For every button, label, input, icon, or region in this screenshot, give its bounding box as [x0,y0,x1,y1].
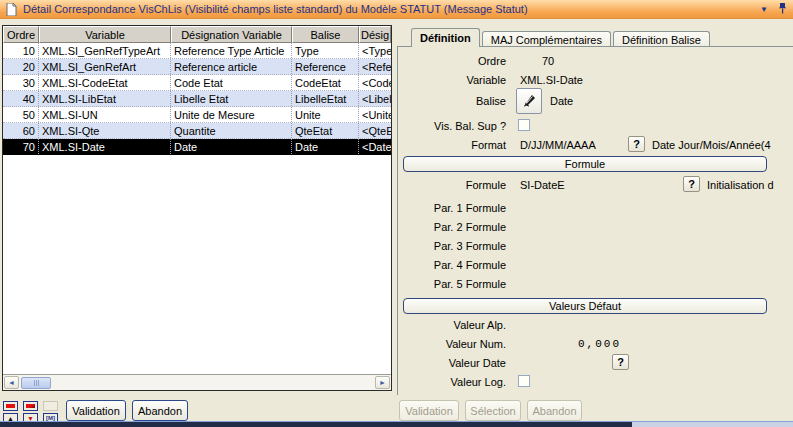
vis-bal-sup-label: Vis. Bal. Sup ? [398,120,506,132]
formule-help-button[interactable]: ? [683,176,700,192]
par2-formule-label: Par. 2 Formule [398,221,506,233]
cell-desig-balise: <Code [359,75,391,90]
tab-definition[interactable]: Définition [411,28,480,47]
cell-desig-balise: <QteE [359,123,391,138]
cell-balise: LibelleEtat [292,91,359,106]
par5-formule-label: Par. 5 Formule [398,278,506,290]
valeur-num-label: Valeur Num. [398,338,506,350]
cell-ordre: 10 [3,43,39,58]
collapse-arrow-icon[interactable]: ▼ [760,5,768,14]
formule-description: Initialisation d [707,179,774,191]
bottom-edge-dark-segment [0,422,632,427]
ordre-label: Ordre [398,55,506,67]
cell-desig-balise: <Type [359,43,391,58]
cell-balise: Type [292,43,359,58]
document-icon [6,3,17,16]
scroll-left-icon[interactable]: ◄ [4,376,19,389]
valeur-num-value[interactable]: 0,000 [578,338,621,350]
red-bar-icon [6,404,15,408]
column-header-variable[interactable]: Variable [39,26,171,43]
valeurs-defaut-section-title: Valeurs Défaut [549,300,621,312]
cell-desig-balise: <Unite [359,107,391,122]
cell-balise: CodeEtat [292,75,359,90]
cell-ordre: 40 [3,91,39,106]
window-title: Détail Correspondance VisChLis (Visibili… [23,3,528,15]
tab-definition-balise[interactable]: Définition Balise [613,31,710,47]
vis-bal-sup-checkbox[interactable] [518,119,530,131]
table-row[interactable]: 20 XML.SI_GenRefArt Reference article Re… [3,59,391,75]
cell-designation: Quantite [171,123,292,138]
validation-button[interactable]: Validation [66,400,126,421]
cell-variable: XML.SI_GenRefArt [39,59,171,74]
record-nav-toolbar: ▲ ▼ [M] [3,401,58,423]
par3-formule-label: Par. 3 Formule [398,240,506,252]
cell-ordre: 60 [3,123,39,138]
valeurs-defaut-section-header: Valeurs Défaut [403,298,767,314]
balise-label: Balise [398,95,506,107]
formule-section-header: Formule [403,156,767,172]
selection-button-disabled[interactable]: Sélection [465,400,521,421]
variable-value: XML.SI-Date [520,74,583,86]
scrollbar-thumb[interactable] [21,377,51,389]
variable-label: Variable [398,74,506,86]
pin-icon[interactable] [778,2,787,16]
column-header-ordre[interactable]: Ordre [3,26,39,43]
format-description: Date Jour/Mois/Année(4 [652,139,771,151]
formule-value[interactable]: SI-DateE [520,179,565,191]
cell-designation: Libelle Etat [171,91,292,106]
table-row-selected[interactable]: 70 XML.SI-Date Date Date <Date [3,139,391,155]
cell-balise: Unite [292,107,359,122]
definition-panel: Ordre 70 Variable XML.SI-Date Balise Dat… [397,46,793,395]
nav-button-2[interactable] [23,401,38,411]
cell-designation: Unite de Mesure [171,107,292,122]
valeur-date-label: Valeur Date [398,357,506,369]
abandon-button-disabled[interactable]: Abandon [527,400,582,421]
table-row[interactable]: 50 XML.SI-UN Unite de Mesure Unite <Unit… [3,107,391,123]
bottom-window-edge [0,421,793,427]
table-row[interactable]: 40 XML.SI-LibEtat Libelle Etat LibelleEt… [3,91,391,107]
valeur-log-checkbox[interactable] [518,375,530,387]
scroll-right-icon[interactable]: ► [375,376,390,389]
formule-section-title: Formule [565,158,605,170]
cell-designation: Reference article [171,59,292,74]
tab-maj-complementaires[interactable]: MAJ Complémentaires [482,31,611,47]
records-table: Ordre Variable Désignation Variable Bali… [2,25,392,391]
column-header-designation[interactable]: Désignation Variable [171,26,292,43]
cell-desig-balise: <Refer [359,59,391,74]
valeur-date-help-button[interactable]: ? [612,354,629,370]
valeur-log-label: Valeur Log. [398,376,506,388]
red-gradient-bar-icon [26,404,35,408]
cell-desig-balise: <Libell [359,91,391,106]
bottom-edge-light-segment [632,422,793,427]
nav-button-1[interactable] [3,401,18,411]
cell-variable: XML.SI-Date [39,139,171,154]
table-row[interactable]: 30 XML.SI-CodeEtat Code Etat CodeEtat <C… [3,75,391,91]
format-value[interactable]: D/JJ/MM/AAAA [520,139,596,151]
pen-icon [521,92,537,110]
tab-bar: Définition MAJ Complémentaires Définitio… [399,28,712,47]
ordre-value: 70 [542,55,554,67]
abandon-button[interactable]: Abandon [132,400,188,421]
cell-designation: Date [171,139,292,154]
cell-designation: Code Etat [171,75,292,90]
table-header-row: Ordre Variable Désignation Variable Bali… [3,26,391,43]
cell-desig-balise: <Date [359,139,391,154]
cell-variable: XML.SI_GenRefTypeArt [39,43,171,58]
nav-button-3[interactable] [43,401,58,411]
column-header-desig-balise[interactable]: Désig [359,26,391,43]
format-help-button[interactable]: ? [628,136,645,152]
horizontal-scrollbar[interactable]: ◄ ► [3,374,391,390]
title-bar: Détail Correspondance VisChLis (Visibili… [0,0,793,19]
column-header-balise[interactable]: Balise [292,26,359,43]
table-row[interactable]: 60 XML.SI-Qte Quantite QteEtat <QteE [3,123,391,139]
cell-balise: Date [292,139,359,154]
par4-formule-label: Par. 4 Formule [398,259,506,271]
validation-button-disabled[interactable]: Validation [399,400,459,421]
cell-variable: XML.SI-CodeEtat [39,75,171,90]
format-label: Format [398,139,506,151]
valeur-alp-label: Valeur Alp. [398,319,506,331]
balise-edit-button[interactable] [516,88,542,114]
cell-ordre: 70 [3,139,39,154]
table-row[interactable]: 10 XML.SI_GenRefTypeArt Reference Type A… [3,43,391,59]
cell-balise: QteEtat [292,123,359,138]
